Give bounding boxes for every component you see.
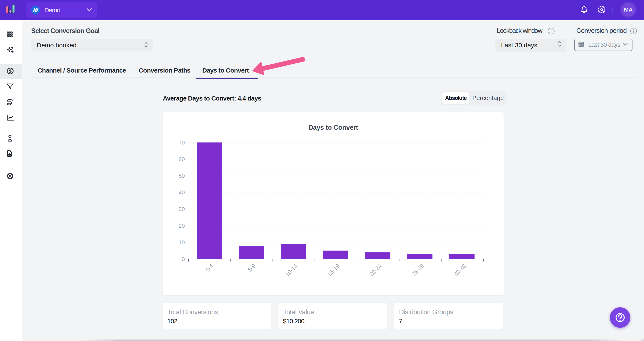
svg-text:25-29: 25-29 [410,263,425,278]
svg-text:50: 50 [178,173,185,179]
svg-text:40: 40 [178,189,185,196]
svg-text:30-30: 30-30 [452,263,467,278]
svg-text:10-14: 10-14 [284,263,299,278]
svg-text:15-19: 15-19 [326,263,341,278]
svg-text:10: 10 [178,239,185,246]
svg-text:60: 60 [178,156,185,162]
svg-text:0-4: 0-4 [204,263,215,273]
svg-text:30: 30 [178,206,185,212]
svg-text:5-9: 5-9 [246,263,257,273]
svg-text:20-24: 20-24 [368,263,383,278]
svg-text:20: 20 [178,222,185,229]
svg-text:0: 0 [182,256,185,262]
svg-text:70: 70 [178,139,185,146]
